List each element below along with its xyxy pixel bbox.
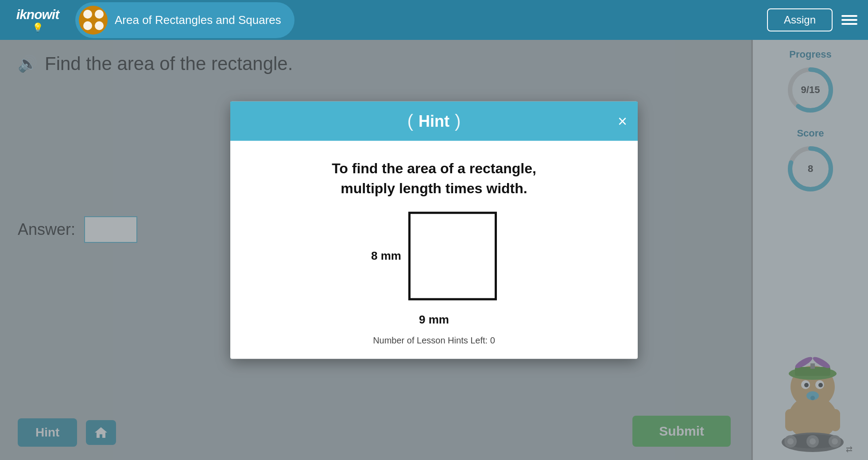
hint-title-wrap: ( Hint )	[407, 111, 461, 131]
lesson-title: Area of Rectangles and Squares	[115, 13, 281, 27]
hints-left-text: Number of Lesson Hints Left: 0	[373, 335, 495, 345]
lesson-icon-area: Area of Rectangles and Squares	[75, 2, 294, 38]
rect-shape	[408, 211, 497, 300]
menu-button[interactable]	[840, 13, 859, 27]
lesson-icon-circle	[79, 6, 108, 35]
hint-modal-body: To find the area of a rectangle, multipl…	[230, 141, 638, 359]
hint-close-button[interactable]: ×	[618, 113, 627, 129]
rect-bottom-wrap: 9 mm	[419, 312, 449, 326]
bulb-icon: 💡	[32, 22, 43, 33]
header-right: Assign	[767, 8, 859, 31]
hint-text: To find the area of a rectangle, multipl…	[332, 159, 536, 199]
rect-bottom-label: 9 mm	[419, 312, 449, 326]
logo-area: iknowit 💡 Area of Rectangles and Squares	[9, 2, 294, 38]
hint-modal: ( Hint ) × To find the area of a rectang…	[230, 101, 638, 359]
assign-button[interactable]: Assign	[767, 8, 833, 31]
logo-box: iknowit 💡	[9, 4, 66, 35]
hint-modal-title: Hint	[413, 112, 455, 130]
hint-paren-right: )	[455, 111, 461, 131]
rect-left-label: 8 mm	[371, 249, 401, 263]
hint-modal-header: ( Hint ) ×	[230, 101, 638, 141]
hint-diagram: 8 mm	[371, 211, 497, 300]
hint-paren-left: (	[407, 111, 413, 131]
header: iknowit 💡 Area of Rectangles and Squares…	[0, 0, 868, 40]
logo-text: iknowit	[16, 7, 59, 22]
